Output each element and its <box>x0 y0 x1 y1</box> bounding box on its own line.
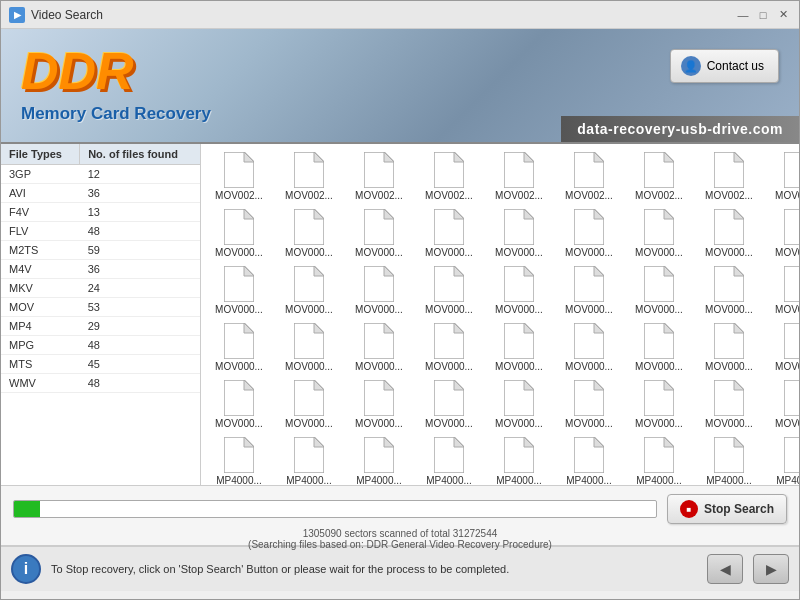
list-item[interactable]: MP4000... <box>345 433 413 485</box>
progress-text: 1305090 sectors scanned of total 3127254… <box>13 528 787 539</box>
list-item[interactable]: MOV002... <box>205 148 273 203</box>
file-grid-row: MOV000... MOV000... MOV000... MOV000... … <box>205 262 795 317</box>
list-item[interactable]: MOV002... <box>555 148 623 203</box>
list-item[interactable]: MP4000... <box>765 433 799 485</box>
file-count-cell: 48 <box>80 374 200 393</box>
list-item[interactable]: MOV000... <box>345 376 413 431</box>
contact-button[interactable]: 👤 Contact us <box>670 49 779 83</box>
list-item[interactable]: MOV000... <box>555 319 623 374</box>
list-item[interactable]: MOV000... <box>415 319 483 374</box>
list-item[interactable]: MOV000... <box>625 205 693 260</box>
stop-search-button[interactable]: Stop Search <box>667 494 787 524</box>
table-row[interactable]: AVI36 <box>1 184 200 203</box>
file-label: MP4000... <box>416 475 482 485</box>
list-item[interactable]: MOV000... <box>205 376 273 431</box>
list-item[interactable]: MOV000... <box>765 205 799 260</box>
list-item[interactable]: MOV000... <box>205 205 273 260</box>
list-item[interactable]: MP4000... <box>555 433 623 485</box>
file-label: MOV000... <box>346 304 412 315</box>
file-label: MOV000... <box>766 418 799 429</box>
list-item[interactable]: MOV000... <box>275 319 343 374</box>
file-icon <box>294 380 324 416</box>
list-item[interactable]: MOV000... <box>765 376 799 431</box>
table-row[interactable]: M2TS59 <box>1 241 200 260</box>
list-item[interactable]: MOV002... <box>345 148 413 203</box>
file-icon <box>574 437 604 473</box>
table-row[interactable]: WMV48 <box>1 374 200 393</box>
table-row[interactable]: F4V13 <box>1 203 200 222</box>
file-label: MOV002... <box>346 190 412 201</box>
list-item[interactable]: MOV000... <box>625 319 693 374</box>
list-item[interactable]: MOV000... <box>345 319 413 374</box>
list-item[interactable]: MOV002... <box>275 148 343 203</box>
list-item[interactable]: MOV002... <box>485 148 553 203</box>
file-icon <box>784 437 799 473</box>
table-row[interactable]: MPG48 <box>1 336 200 355</box>
table-row[interactable]: MOV53 <box>1 298 200 317</box>
table-row[interactable]: 3GP12 <box>1 165 200 184</box>
svg-marker-73 <box>244 380 254 390</box>
list-item[interactable]: MOV002... <box>695 148 763 203</box>
list-item[interactable]: MOV000... <box>415 376 483 431</box>
list-item[interactable]: MOV000... <box>555 376 623 431</box>
list-item[interactable]: MOV000... <box>415 262 483 317</box>
close-button[interactable]: ✕ <box>775 7 791 23</box>
file-type-cell: MP4 <box>1 317 80 336</box>
list-item[interactable]: MOV000... <box>205 319 273 374</box>
file-label: MOV000... <box>696 418 762 429</box>
maximize-button[interactable]: □ <box>755 7 771 23</box>
list-item[interactable]: MP4000... <box>275 433 343 485</box>
list-item[interactable]: MOV000... <box>485 319 553 374</box>
list-item[interactable]: MOV000... <box>695 205 763 260</box>
nav-back-button[interactable]: ◀ <box>707 554 743 584</box>
list-item[interactable]: MOV000... <box>485 262 553 317</box>
list-item[interactable]: MOV000... <box>485 376 553 431</box>
nav-forward-button[interactable]: ▶ <box>753 554 789 584</box>
file-label: MOV000... <box>206 361 272 372</box>
footer: i To Stop recovery, click on 'Stop Searc… <box>1 546 799 591</box>
svg-marker-85 <box>664 380 674 390</box>
list-item[interactable]: MP4000... <box>485 433 553 485</box>
file-label: MOV000... <box>766 361 799 372</box>
list-item[interactable]: MOV000... <box>625 376 693 431</box>
list-item[interactable]: MOV002... <box>415 148 483 203</box>
svg-marker-59 <box>384 323 394 333</box>
minimize-button[interactable]: — <box>735 7 751 23</box>
list-item[interactable]: MOV000... <box>555 205 623 260</box>
list-item[interactable]: MOV000... <box>485 205 553 260</box>
list-item[interactable]: MP4000... <box>695 433 763 485</box>
list-item[interactable]: MP4000... <box>205 433 273 485</box>
list-item[interactable]: MOV000... <box>275 376 343 431</box>
table-row[interactable]: M4V36 <box>1 260 200 279</box>
list-item[interactable]: MOV000... <box>275 205 343 260</box>
table-row[interactable]: MKV24 <box>1 279 200 298</box>
list-item[interactable]: MOV000... <box>205 262 273 317</box>
list-item[interactable]: MP4000... <box>415 433 483 485</box>
list-item[interactable]: MOV000... <box>695 262 763 317</box>
list-item[interactable]: MOV002... <box>765 148 799 203</box>
list-item[interactable]: MOV000... <box>625 262 693 317</box>
app-icon: ▶ <box>9 7 25 23</box>
list-item[interactable]: MOV000... <box>345 262 413 317</box>
file-icon <box>714 437 744 473</box>
file-icon <box>364 323 394 359</box>
list-item[interactable]: MOV000... <box>415 205 483 260</box>
file-type-cell: 3GP <box>1 165 80 184</box>
list-item[interactable]: MOV000... <box>555 262 623 317</box>
list-item[interactable]: MOV002... <box>625 148 693 203</box>
list-item[interactable]: MOV000... <box>695 376 763 431</box>
file-label: MOV002... <box>766 190 799 201</box>
table-row[interactable]: FLV48 <box>1 222 200 241</box>
table-row[interactable]: MTS45 <box>1 355 200 374</box>
list-item[interactable]: MP4000... <box>625 433 693 485</box>
file-label: MOV002... <box>626 190 692 201</box>
list-item[interactable]: MOV000... <box>765 262 799 317</box>
file-label: MOV000... <box>626 361 692 372</box>
list-item[interactable]: MOV000... <box>695 319 763 374</box>
table-row[interactable]: MP429 <box>1 317 200 336</box>
file-types-panel: File Types No. of files found 3GP12AVI36… <box>1 144 201 485</box>
list-item[interactable]: MOV000... <box>275 262 343 317</box>
file-grid-panel[interactable]: MOV002... MOV002... MOV002... MOV002... … <box>201 144 799 485</box>
list-item[interactable]: MOV000... <box>765 319 799 374</box>
list-item[interactable]: MOV000... <box>345 205 413 260</box>
